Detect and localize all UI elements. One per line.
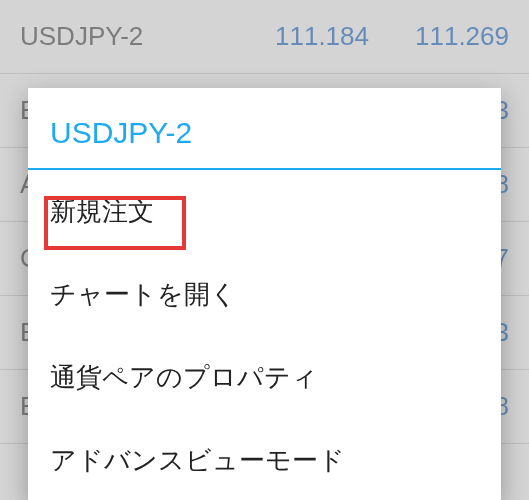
bid-price: 111.184 [229, 21, 369, 52]
context-menu: USDJPY-2 新規注文 チャートを開く 通貨ペアのプロパティ アドバンスビュ… [28, 88, 501, 500]
ask-price: 111.269 [369, 21, 509, 52]
menu-item-open-chart[interactable]: チャートを開く [28, 253, 501, 336]
dialog-title: USDJPY-2 [28, 88, 501, 170]
symbol-label: USDJPY-2 [20, 21, 229, 52]
table-row[interactable]: USDJPY-2 111.184 111.269 [0, 0, 529, 74]
menu-item-new-order[interactable]: 新規注文 [28, 170, 501, 253]
menu-item-properties[interactable]: 通貨ペアのプロパティ [28, 336, 501, 419]
menu-item-advanced-view[interactable]: アドバンスビューモード [28, 419, 501, 500]
